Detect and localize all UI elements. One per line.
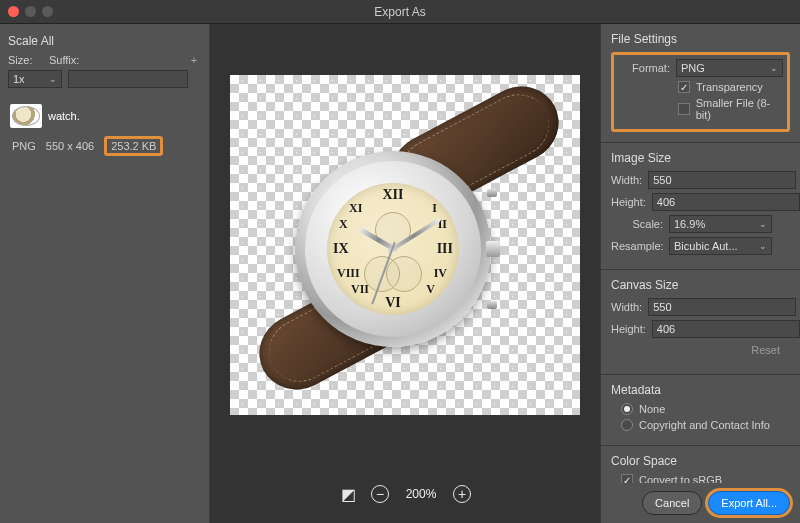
zoom-in-button[interactable]: +	[453, 485, 471, 503]
crop-icon[interactable]: ◩	[339, 485, 357, 503]
smaller-file-label: Smaller File (8-bit)	[696, 97, 783, 121]
file-settings-title: File Settings	[611, 32, 790, 46]
suffix-label: Suffix:	[49, 54, 181, 66]
size-label: Size:	[8, 54, 43, 66]
cancel-button[interactable]: Cancel	[642, 491, 702, 515]
height-label: Height:	[611, 196, 652, 208]
format-highlight-box: Format: PNG ⌄ Transparency Smaller File …	[611, 52, 790, 132]
suffix-input[interactable]	[68, 70, 188, 88]
chevron-down-icon: ⌄	[759, 219, 767, 229]
preview-canvas[interactable]: XII III VI IX I II IV V VII VIII X	[230, 75, 580, 415]
transparency-label: Transparency	[696, 81, 763, 93]
resample-label: Resample:	[611, 240, 669, 252]
right-panel: File Settings Format: PNG ⌄ Transparency…	[600, 24, 800, 523]
image-size-title: Image Size	[611, 151, 790, 165]
export-all-button[interactable]: Export All...	[708, 491, 790, 515]
left-panel: Scale All Size: Suffix: + 1x ⌄ watch. PN…	[0, 24, 210, 523]
image-scale-select[interactable]: 16.9% ⌄	[669, 215, 772, 233]
image-width-input[interactable]	[648, 171, 796, 189]
metadata-none-label: None	[639, 403, 665, 415]
asset-name: watch.	[48, 110, 199, 122]
scale-label: Scale:	[611, 218, 669, 230]
add-scale-button[interactable]: +	[187, 54, 201, 66]
chevron-down-icon: ⌄	[759, 241, 767, 251]
asset-row[interactable]: watch.	[8, 100, 201, 132]
image-height-input[interactable]	[652, 193, 800, 211]
close-window-button[interactable]	[8, 6, 19, 17]
canvas-width-label: Width:	[611, 301, 648, 313]
format-value: PNG	[681, 62, 705, 74]
scale-all-title: Scale All	[8, 34, 201, 48]
scale-size-select[interactable]: 1x ⌄	[8, 70, 62, 88]
asset-thumbnail	[10, 104, 42, 128]
canvas-height-input[interactable]	[652, 320, 800, 338]
window-controls	[8, 6, 53, 17]
metadata-copyright-radio[interactable]	[621, 419, 633, 431]
zoom-bar: ◩ − 200% +	[210, 465, 600, 523]
canvas-reset-button[interactable]: Reset	[611, 342, 790, 364]
resample-value: Bicubic Aut...	[674, 240, 738, 252]
asset-filesize: 253.2 KB	[104, 136, 163, 156]
chevron-down-icon: ⌄	[49, 74, 57, 84]
smaller-file-checkbox[interactable]	[678, 103, 690, 115]
format-select[interactable]: PNG ⌄	[676, 59, 783, 77]
canvas-size-title: Canvas Size	[611, 278, 790, 292]
zoom-percent: 200%	[403, 487, 439, 501]
titlebar: Export As	[0, 0, 800, 24]
asset-format: PNG	[12, 140, 36, 152]
color-space-title: Color Space	[611, 454, 790, 468]
resample-select[interactable]: Bicubic Aut... ⌄	[669, 237, 772, 255]
watch-image: XII III VI IX I II IV V VII VIII X	[255, 95, 555, 395]
canvas-width-input[interactable]	[648, 298, 796, 316]
unit-px: px	[796, 301, 800, 313]
metadata-none-radio[interactable]	[621, 403, 633, 415]
window-title: Export As	[0, 5, 800, 19]
preview-panel: XII III VI IX I II IV V VII VIII X	[210, 24, 600, 523]
zoom-out-button[interactable]: −	[371, 485, 389, 503]
chevron-down-icon: ⌄	[770, 63, 778, 73]
format-label: Format:	[618, 62, 676, 74]
image-scale-value: 16.9%	[674, 218, 705, 230]
scale-size-value: 1x	[13, 73, 25, 85]
metadata-title: Metadata	[611, 383, 790, 397]
unit-px: px	[796, 174, 800, 186]
asset-dimensions: 550 x 406	[46, 140, 94, 152]
minimize-window-button[interactable]	[25, 6, 36, 17]
zoom-window-button[interactable]	[42, 6, 53, 17]
button-bar: Cancel Export All...	[601, 483, 800, 523]
width-label: Width:	[611, 174, 648, 186]
metadata-copyright-label: Copyright and Contact Info	[639, 419, 770, 431]
transparency-checkbox[interactable]	[678, 81, 690, 93]
canvas-height-label: Height:	[611, 323, 652, 335]
